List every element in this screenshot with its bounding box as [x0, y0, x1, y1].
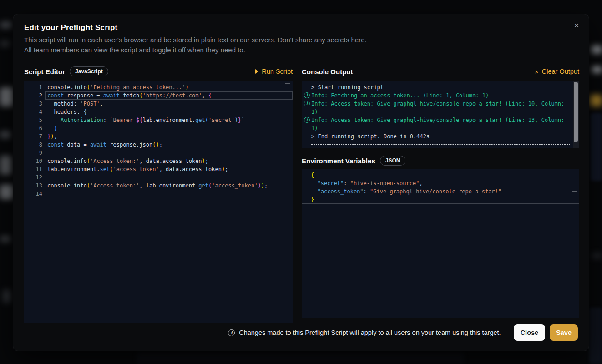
code-line-text: });: [45, 132, 293, 141]
environment-variables-editor[interactable]: { "secret": "hive-is-open-source", "acce…: [302, 169, 579, 318]
env-json-line: "access_token": "Give graphql-hive/conso…: [302, 187, 579, 196]
info-circle-icon: i: [304, 101, 310, 106]
modal-description-line2: All team members can view the script and…: [24, 45, 367, 55]
close-icon[interactable]: ×: [571, 20, 582, 31]
code-line: 12: [24, 173, 293, 182]
line-number: 2: [24, 91, 42, 100]
preflight-script-modal: Edit your Preflight Script This script w…: [13, 14, 589, 351]
line-number: 9: [24, 149, 42, 157]
backdrop-blur-blob: [0, 41, 10, 46]
code-line-text: console.info('Fetching an access token..…: [45, 83, 293, 91]
backdrop-blur-blob: [589, 308, 602, 364]
code-line: 3 method: 'POST',: [24, 100, 293, 108]
console-output-panel[interactable]: > Start running scriptiInfo: Fetching an…: [302, 81, 579, 148]
backdrop-blur-blob: [3, 289, 11, 303]
console-info-text: Info: Fetching an access token... (Line:…: [311, 91, 489, 100]
modal-title: Edit your Preflight Script: [24, 23, 117, 32]
console-info-line: iInfo: Access token: Give graphql-hive/c…: [302, 116, 579, 132]
code-line: 7});: [24, 132, 293, 141]
json-badge: JSON: [380, 156, 406, 166]
env-json-line: {: [302, 171, 579, 179]
run-script-label: Run Script: [262, 68, 293, 75]
line-number: 8: [24, 141, 42, 149]
backdrop-blur-blob: [0, 131, 11, 138]
clear-icon: ×: [535, 68, 539, 75]
line-number: 6: [24, 124, 42, 132]
close-button[interactable]: Close: [514, 324, 546, 341]
line-number: 13: [24, 182, 42, 190]
console-info-text: Info: Access token: Give graphql-hive/co…: [311, 116, 568, 132]
code-line-text: console.info('Access token:', lab.enviro…: [45, 182, 293, 190]
code-line: 6 }: [24, 124, 293, 132]
code-line-text: [45, 190, 293, 198]
backdrop-blur-blob: [591, 113, 602, 181]
backdrop-blur-blob: [592, 253, 602, 258]
console-scrollbar-thumb[interactable]: [574, 82, 578, 142]
code-line-text: console.info('Access token:', data.acces…: [45, 157, 293, 165]
backdrop-blur-blob: [137, 352, 464, 364]
info-circle-icon: i: [304, 92, 310, 98]
code-line-text: headers: {: [45, 108, 293, 116]
code-line-text: Authorization: `Bearer ${lab.environment…: [45, 116, 293, 124]
code-line-text: lab.environment.set('access_token', data…: [45, 165, 293, 173]
line-number: 3: [24, 100, 42, 108]
backdrop-blur-blob: [591, 46, 602, 54]
run-script-button[interactable]: Run Script: [255, 68, 293, 75]
backdrop-blur-blob: [0, 236, 11, 242]
backdrop-blur-blob: [0, 87, 14, 106]
info-circle-icon: i: [304, 117, 310, 123]
console-output-label: Console Output: [302, 68, 353, 76]
backdrop-blur-blob: [0, 22, 12, 28]
console-divider: [311, 144, 570, 145]
backdrop-blur-blob: [590, 95, 602, 106]
code-line: 10console.info('Access token:', data.acc…: [24, 157, 293, 165]
footer-note-text: Changes made to this Preflight Script wi…: [239, 329, 501, 336]
console-info-line: iInfo: Fetching an access token... (Line…: [302, 91, 579, 100]
line-number: 11: [24, 165, 42, 173]
info-icon: i: [228, 329, 235, 336]
line-number: 7: [24, 132, 42, 141]
backdrop-blur-blob: [592, 66, 602, 73]
console-plain-line: > End running script. Done in 0.442s: [302, 132, 579, 141]
clear-output-label: Clear Output: [542, 68, 579, 75]
clear-output-button[interactable]: × Clear Output: [535, 68, 579, 75]
line-number: 5: [24, 116, 42, 124]
console-info-line: iInfo: Access token: Give graphql-hive/c…: [302, 100, 579, 116]
console-info-text: Info: Access token: Give graphql-hive/co…: [311, 100, 568, 116]
code-line-text: }: [45, 124, 293, 132]
line-number: 4: [24, 108, 42, 116]
line-number: 10: [24, 157, 42, 165]
code-line-text: [45, 173, 293, 182]
javascript-badge: JavaScript: [70, 66, 108, 76]
code-line: 13console.info('Access token:', lab.envi…: [24, 182, 293, 190]
line-number: 14: [24, 190, 42, 198]
script-editor-label: Script Editor: [24, 68, 65, 76]
code-line-text: const response = await fetch('https://te…: [45, 91, 293, 100]
editor-overview-ruler-mark: [285, 83, 290, 84]
code-line: 11lab.environment.set('access_token', da…: [24, 165, 293, 173]
line-number: 12: [24, 173, 42, 182]
env-json-line: }: [302, 196, 579, 204]
play-icon: [255, 69, 258, 74]
backdrop-blur-blob: [0, 156, 12, 175]
code-line: 5 Authorization: `Bearer ${lab.environme…: [24, 116, 293, 124]
console-plain-line: > Start running script: [302, 83, 579, 91]
environment-variables-header: Environment Variables JSON: [302, 154, 579, 167]
modal-footer: i Changes made to this Preflight Script …: [228, 324, 578, 341]
save-button[interactable]: Save: [550, 324, 578, 341]
code-line-text: method: 'POST',: [45, 100, 293, 108]
script-editor-header: Script Editor JavaScript Run Script: [24, 65, 293, 78]
backdrop-blur-blob: [0, 185, 14, 199]
modal-description: This script will run in each user's brow…: [24, 35, 367, 55]
env-json-line: "secret": "hive-is-open-source",: [302, 179, 579, 187]
console-output-header: Console Output × Clear Output: [302, 65, 579, 78]
code-line: 8const data = await response.json();: [24, 141, 293, 149]
line-number: 1: [24, 83, 42, 91]
code-line: 2const response = await fetch('https://t…: [24, 91, 293, 100]
code-line: 14: [24, 190, 293, 198]
script-editor-code[interactable]: 1console.info('Fetching an access token.…: [24, 81, 293, 323]
code-line-text: const data = await response.json();: [45, 141, 293, 149]
code-line-text: [45, 149, 293, 157]
code-line: 1console.info('Fetching an access token.…: [24, 83, 293, 91]
modal-description-line1: This script will run in each user's brow…: [24, 35, 367, 45]
